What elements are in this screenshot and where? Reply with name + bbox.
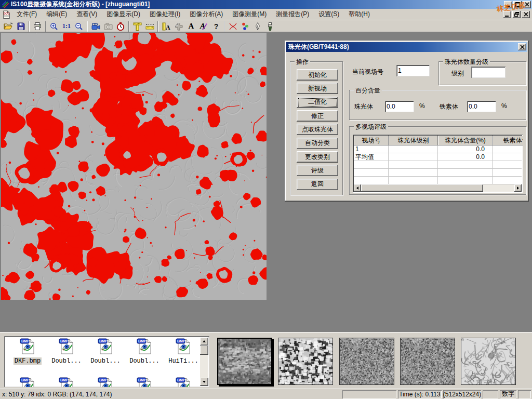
- file-item-row2-0[interactable]: BMP: [9, 377, 46, 387]
- status-cell-0: [342, 390, 396, 398]
- pearlite-input[interactable]: [385, 101, 414, 112]
- table-body[interactable]: 10.0平均值0.0: [354, 145, 522, 184]
- grade-input[interactable]: [471, 66, 506, 78]
- op-button-2[interactable]: 二值化: [297, 97, 338, 108]
- file-item-row2-4[interactable]: BMP: [165, 377, 202, 387]
- op-button-4[interactable]: 点取珠光体: [297, 124, 338, 135]
- op-button-1[interactable]: 新视场: [297, 83, 338, 94]
- help-button[interactable]: ?: [210, 21, 222, 32]
- table-cell: [438, 161, 493, 169]
- document-icon[interactable]: DOC: [2, 10, 11, 19]
- camcorder-button[interactable]: [89, 21, 102, 32]
- metallographic-image[interactable]: [1, 33, 267, 300]
- bmp-file-icon: BMP: [19, 377, 36, 387]
- timer-button[interactable]: [114, 21, 127, 32]
- menu-item-edit[interactable]: 编辑(E): [42, 9, 72, 20]
- file-item-dkf-bmp[interactable]: BMPDKF.bmp: [9, 338, 46, 365]
- camera-button[interactable]: [102, 21, 114, 32]
- menu-item-settings[interactable]: 设置(S): [314, 9, 344, 20]
- svg-text:BMP: BMP: [99, 339, 108, 343]
- file-item-doubl-[interactable]: BMPDoubl...: [87, 338, 124, 365]
- scroll-left-button[interactable]: [354, 184, 361, 192]
- table-cell: [493, 145, 522, 153]
- op-button-6[interactable]: 更改类别: [297, 151, 338, 163]
- text-button[interactable]: A: [185, 21, 197, 32]
- table-row-0[interactable]: 10.0: [354, 145, 522, 153]
- menu-item-help[interactable]: 帮助(H): [344, 9, 375, 20]
- thumbnail-1[interactable]: [278, 338, 333, 385]
- ferrite-input[interactable]: [467, 101, 496, 112]
- file-scrollbar-thumb[interactable]: [200, 345, 208, 355]
- dialog-title-bar[interactable]: 珠光体(GB/T9441-88): [286, 42, 527, 52]
- ruler-text-button[interactable]: A: [160, 21, 172, 32]
- scroll-down-button[interactable]: [200, 378, 208, 386]
- scrollbar-thumb[interactable]: [361, 184, 483, 192]
- count-balls-button[interactable]: 3: [239, 21, 251, 32]
- one-to-one-button[interactable]: 1:1: [60, 21, 73, 32]
- table-col-header-1[interactable]: 珠光体级别: [389, 136, 438, 145]
- ruler-dotted-button[interactable]: [143, 21, 156, 32]
- svg-text:BMP: BMP: [138, 378, 147, 382]
- menu-item-image-display[interactable]: 图像显示(D): [102, 9, 145, 20]
- op-button-7[interactable]: 评级: [297, 165, 338, 176]
- menu-item-image-measure[interactable]: 图像测量(M): [228, 9, 271, 20]
- svg-text:BMP: BMP: [99, 378, 108, 382]
- brush-button[interactable]: [264, 21, 276, 32]
- file-item-doubl-[interactable]: BMPDoubl...: [126, 338, 163, 365]
- curve-cut-button[interactable]: [227, 21, 239, 32]
- thumbnail-4[interactable]: [461, 338, 516, 385]
- bmp-file-icon: BMP: [97, 377, 114, 387]
- file-item-doubl-[interactable]: BMPDoubl...: [48, 338, 85, 365]
- zoom-out-button[interactable]: [73, 21, 85, 32]
- menu-item-image-analysis[interactable]: 图像分析(A): [185, 9, 228, 20]
- thumbnail-2[interactable]: [339, 338, 394, 385]
- save-button[interactable]: [15, 21, 27, 32]
- thumbnail-image: [218, 339, 271, 384]
- bmp-file-icon: BMP: [58, 338, 75, 355]
- op-button-5[interactable]: 自动分类: [297, 138, 338, 149]
- table-hscrollbar[interactable]: [354, 184, 522, 192]
- bmp-file-icon: BMP: [97, 338, 114, 355]
- mdi-restore-button[interactable]: [512, 11, 521, 18]
- bmp-file-icon: BMP: [19, 338, 36, 355]
- svg-text:BMP: BMP: [177, 339, 185, 343]
- scroll-up-button[interactable]: [200, 337, 208, 345]
- scroll-right-button[interactable]: [514, 184, 522, 192]
- table-col-header-3[interactable]: 铁素体含量(%): [493, 136, 523, 145]
- table-col-header-2[interactable]: 珠光体含量(%): [438, 136, 493, 145]
- bmp-file-icon: BMP: [175, 377, 192, 387]
- file-item-row2-3[interactable]: BMP: [126, 377, 163, 387]
- current-field-input[interactable]: [396, 65, 430, 76]
- op-button-8[interactable]: 返回: [297, 179, 338, 190]
- pen-button[interactable]: [251, 21, 264, 32]
- table-row-1[interactable]: 平均值0.0: [354, 153, 522, 161]
- app-icon[interactable]: [2, 1, 9, 8]
- file-item-row2-2[interactable]: BMP: [87, 377, 124, 387]
- menu-item-measure-report[interactable]: 测量报告(P): [271, 9, 314, 20]
- mdi-close-button[interactable]: [522, 11, 530, 18]
- zoom-in-button[interactable]: [48, 21, 60, 32]
- file-list-scrollbar[interactable]: [200, 337, 208, 386]
- open-button[interactable]: [2, 21, 15, 32]
- op-button-3[interactable]: 修正: [297, 110, 338, 122]
- bmp-file-icon: BMP: [136, 338, 153, 355]
- thumbnail-0[interactable]: [217, 338, 272, 385]
- file-name-label: Doubl...: [89, 357, 122, 365]
- menu-item-file[interactable]: 文件(F): [12, 9, 42, 20]
- print-button[interactable]: [31, 21, 44, 32]
- op-button-0[interactable]: 初始化: [297, 69, 338, 81]
- table-cell: 平均值: [354, 153, 389, 161]
- toolbar-separator: [45, 21, 46, 32]
- dialog-close-button[interactable]: [518, 43, 526, 50]
- file-name-label: Doubl...: [50, 357, 83, 365]
- file-item-row2-1[interactable]: BMP: [48, 377, 85, 387]
- file-item-huiti-[interactable]: BMPHuiTi...: [165, 338, 202, 365]
- ruler-caliper-button[interactable]: [131, 21, 143, 32]
- move-cross-button[interactable]: [172, 21, 185, 32]
- status-cell-2: (512x512x24): [443, 390, 481, 398]
- text-edit-button[interactable]: A: [197, 21, 210, 32]
- thumbnail-3[interactable]: [400, 338, 455, 385]
- table-col-header-0[interactable]: 视场号: [354, 136, 389, 145]
- menu-item-image-process[interactable]: 图像处理(I): [145, 9, 185, 20]
- menu-item-view[interactable]: 查看(V): [72, 9, 102, 20]
